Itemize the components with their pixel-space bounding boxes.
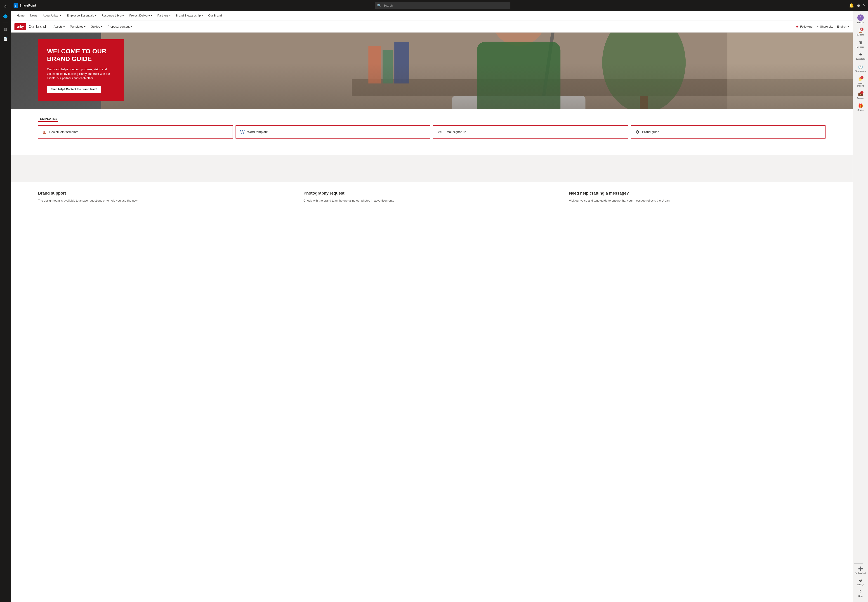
template-brand-guide[interactable]: ⚙ Brand guide [631, 125, 825, 138]
svg-rect-15 [477, 42, 560, 109]
brand-nav-guides[interactable]: Guides ▾ [88, 21, 104, 32]
bulletins-badge: 2 [860, 28, 863, 31]
brand-nav-templates[interactable]: Templates ▾ [68, 21, 88, 32]
app-rail-doc[interactable]: 📄 [1, 35, 10, 44]
template-email[interactable]: ✉ Email signature [433, 125, 628, 138]
main-area: S SharePoint 🔍 🔔 ⚙ ? Home News [11, 0, 868, 602]
email-icon: ✉ [438, 129, 442, 135]
nav-about-chevron: ▾ [60, 14, 61, 17]
rs-settings[interactable]: ⚙ Settings [854, 576, 867, 588]
rs-my-apps-label: My apps [856, 46, 864, 48]
templates-grid: ⊞ PowerPoint template W Word template ✉ … [38, 125, 825, 138]
assets-chevron: ▾ [63, 25, 65, 28]
site-nav: Home News About Urban ▾ Employee Essenti… [11, 11, 853, 21]
template-powerpoint[interactable]: ⊞ PowerPoint template [38, 125, 233, 138]
hero-card: WELCOME TO OUR BRAND GUIDE Our brand hel… [38, 39, 124, 101]
photography-title: Photography request [304, 191, 560, 196]
rs-add-content[interactable]: ➕ Add content [854, 565, 867, 576]
sharepoint-icon: S [14, 3, 18, 8]
quick-links-icon: ★ [859, 52, 862, 57]
add-content-icon: ➕ [858, 566, 863, 571]
brand-logo-text: urby [17, 25, 24, 29]
rs-bulletins[interactable]: 📋 2 Bulletins [854, 26, 867, 38]
bottom-card-photography: Photography request Check with the brand… [304, 191, 560, 203]
right-sidebar: P People 📋 2 Bulletins ⊞ My apps ★ Quick… [853, 11, 868, 602]
svg-rect-11 [640, 96, 648, 109]
nav-brand-stewardship[interactable]: Brand Stewardship ▾ [174, 11, 205, 21]
rs-bulletins-label: Bulletins [856, 34, 864, 36]
search-input[interactable] [383, 4, 508, 7]
rs-help[interactable]: ? Help [854, 588, 867, 599]
nav-news[interactable]: News [28, 11, 40, 21]
svg-rect-3 [352, 79, 853, 96]
bottom-card-message: Need help crafting a message? Visit our … [569, 191, 825, 203]
rs-new-projects[interactable]: 📁 3 New projects [854, 75, 867, 89]
rs-help-icon: ? [859, 590, 862, 594]
svg-rect-5 [369, 46, 381, 83]
nav-resource-library[interactable]: Resource Library [99, 11, 126, 21]
templates-section: TEMPLATES ⊞ PowerPoint template W Word t… [38, 117, 825, 138]
nav-about-urban[interactable]: About Urban ▾ [40, 11, 63, 21]
nav-employee-essentials[interactable]: Employee Essentials ▾ [65, 11, 98, 21]
rs-quick-links-label: Quick links [856, 58, 865, 60]
powerpoint-icon: ⊞ [43, 129, 46, 135]
rs-time-zones-label: Time zones [855, 70, 865, 72]
app-rail-media[interactable]: ▦ [1, 25, 10, 34]
hero-decorative-svg [101, 32, 853, 109]
rs-my-apps[interactable]: ⊞ My apps [854, 38, 867, 50]
nav-partners-chevron: ▾ [169, 14, 171, 17]
templates-label: TEMPLATES [38, 117, 58, 122]
rs-people[interactable]: P People [854, 13, 867, 26]
rs-add-content-label: Add content [855, 572, 866, 574]
rs-bottom: ➕ Add content ⚙ Settings ? Help [854, 562, 867, 602]
settings-icon[interactable]: ⚙ [857, 3, 860, 8]
template-powerpoint-label: PowerPoint template [49, 130, 78, 134]
hero-desk-scene [101, 32, 853, 109]
following-button[interactable]: ★ Following [796, 25, 813, 28]
brand-nav-proposal[interactable]: Proposal content ▾ [105, 21, 135, 32]
bottom-section: Brand support The design team is availab… [11, 182, 853, 210]
rs-quick-links[interactable]: ★ Quick links [854, 51, 867, 62]
help-icon[interactable]: ? [863, 3, 865, 8]
brand-nav-actions: ★ Following ↗ Share site English ▾ [796, 25, 849, 28]
notification-icon[interactable]: 🔔 [849, 3, 854, 8]
rs-careers[interactable]: 💼 1 Careers [854, 89, 867, 101]
language-selector[interactable]: English ▾ [837, 25, 849, 28]
guides-chevron: ▾ [101, 25, 103, 28]
rs-new-projects-label: New projects [855, 82, 866, 87]
hero-description: Our brand helps bring our purpose, visio… [47, 67, 115, 80]
nav-home[interactable]: Home [14, 11, 27, 21]
hero-cta-button[interactable]: Need help? Contact the brand team! [47, 86, 101, 93]
brand-support-desc: The design team is available to answer q… [38, 198, 295, 203]
svg-rect-6 [383, 50, 393, 84]
nav-project-delivery[interactable]: Project Delivery ▾ [127, 11, 154, 21]
app-rail: ⌂ 🌐 ▦ 📄 [0, 0, 11, 602]
app-rail-home[interactable]: ⌂ [1, 2, 10, 11]
nav-our-brand[interactable]: Our Brand [206, 11, 224, 21]
search-box[interactable]: 🔍 [375, 2, 510, 9]
lang-chevron: ▾ [847, 25, 849, 28]
nav-partners[interactable]: Partners ▾ [155, 11, 173, 21]
new-projects-badge: 3 [860, 76, 863, 79]
svg-rect-7 [394, 42, 409, 84]
rs-grants[interactable]: 🎁 Grants [854, 101, 867, 113]
grants-icon: 🎁 [858, 103, 863, 108]
top-bar-actions: 🔔 ⚙ ? [849, 3, 865, 8]
photography-desc: Check with the brand team before using o… [304, 198, 560, 203]
app-rail-globe[interactable]: 🌐 [1, 12, 10, 21]
brand-logo[interactable]: urby [14, 23, 26, 30]
proposal-chevron: ▾ [131, 25, 132, 28]
template-word-label: Word template [247, 130, 268, 134]
rs-grants-label: Grants [857, 109, 863, 111]
rs-time-zones[interactable]: 🕐 Time zones [854, 63, 867, 74]
template-word[interactable]: W Word template [235, 125, 430, 138]
nav-project-chevron: ▾ [151, 14, 152, 17]
brand-nav-assets[interactable]: Assets ▾ [51, 21, 67, 32]
share-site-button[interactable]: ↗ Share site [816, 25, 833, 28]
brand-support-title: Brand support [38, 191, 295, 196]
careers-badge: 1 [860, 91, 863, 94]
svg-text:S: S [14, 4, 16, 7]
svg-rect-19 [727, 32, 853, 109]
svg-point-10 [602, 32, 685, 109]
my-apps-icon: ⊞ [859, 40, 862, 45]
